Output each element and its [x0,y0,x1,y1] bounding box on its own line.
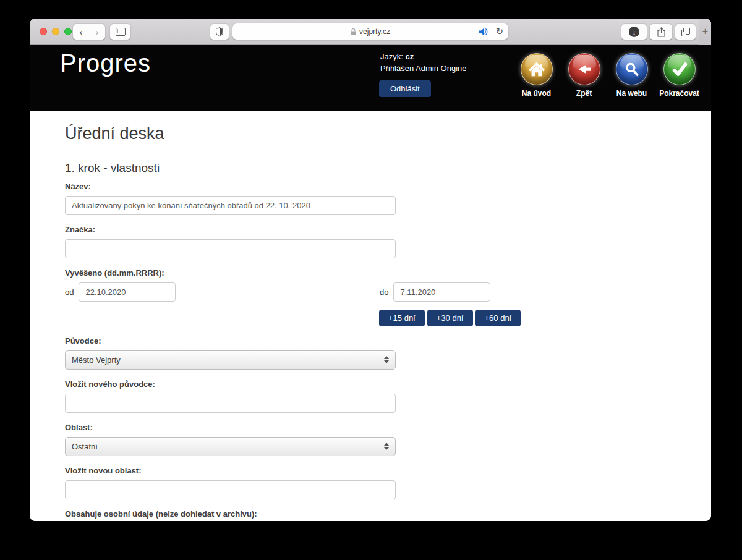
vyveseno-label: Vyvěšeno (dd.mm.RRRR): [65,268,711,278]
date-from-input[interactable] [79,282,176,302]
oblast-label: Oblast: [65,423,711,432]
puvodce-select[interactable]: Město Vejprty [65,350,396,370]
new-tab-button[interactable]: + [699,19,711,45]
page-title: Úřední deska [65,124,711,143]
login-row: Přihlášen Admin Origine [380,62,466,74]
osobni-udaje-label: Obsahuje osobní údaje (nelze dohledat v … [65,509,711,519]
sidebar-icon [116,28,126,36]
share-button[interactable] [650,24,672,40]
nazev-input[interactable] [65,196,396,215]
forward-button[interactable]: › [89,27,105,37]
header-nav-icons: Na úvod Zpět Na webu [513,53,703,98]
nav-back-label: Zpět [560,89,608,98]
home-icon [521,53,553,85]
nav-home[interactable]: Na úvod [513,53,560,98]
url-text: vejprty.cz [359,27,390,36]
sidebar-toggle-button[interactable] [110,24,130,40]
nav-home-label: Na úvod [513,89,560,98]
date-to-label: do [380,287,388,297]
page-content: Úřední deska 1. krok - vlastnosti Název:… [30,111,711,521]
nova-oblast-input[interactable] [65,480,396,499]
nav-back[interactable]: Zpět [560,53,608,98]
oblast-select[interactable]: Ostatní [65,437,396,456]
puvodce-label: Původce: [65,336,711,346]
shield-icon [216,27,223,36]
tabs-icon [681,28,690,36]
address-bar[interactable]: vejprty.cz ↻ [232,23,508,40]
back-button[interactable]: ‹ [73,27,89,37]
date-to-input[interactable] [393,282,490,302]
nav-continue[interactable]: Pokračovat [655,53,703,98]
chevron-up-down-icon [384,356,389,363]
znacka-label: Značka: [65,225,711,234]
language-row: Jazyk: cz [380,51,466,62]
logged-user-link[interactable]: Admin Origine [416,64,466,73]
close-window-button[interactable] [40,28,47,35]
browser-toolbar: ‹ › vejprty.c [30,19,711,45]
login-label: Přihlášen [380,64,414,73]
reload-icon[interactable]: ↻ [495,26,503,37]
back-arrow-icon [568,53,600,85]
quick-duration-buttons: +15 dní +30 dní +60 dní [379,310,711,326]
plus-30-days-button[interactable]: +30 dní [427,310,473,326]
downloads-button[interactable]: ↓ [621,24,647,40]
date-from-label: od [65,287,74,297]
nazev-label: Název: [65,182,711,191]
date-to-group: do [380,282,490,302]
puvodce-selected-value: Město Vejprty [72,355,121,365]
traffic-lights [40,28,72,35]
tab-overview-button[interactable] [675,24,696,40]
novy-puvodce-label: Vložit nového původce: [65,380,711,389]
language-value: cz [405,52,414,61]
znacka-input[interactable] [65,239,396,258]
plus-60-days-button[interactable]: +60 dní [475,310,521,326]
plus-15-days-button[interactable]: +15 dní [379,310,425,326]
nova-oblast-label: Vložit novou oblast: [65,466,711,475]
audio-mute-icon[interactable] [479,28,489,36]
share-icon [657,27,665,37]
history-nav-group: ‹ › [73,24,105,40]
minimize-window-button[interactable] [52,28,59,35]
download-icon: ↓ [629,27,639,37]
app-header: Progres Jazyk: cz Přihlášen Admin Origin… [30,45,711,111]
search-icon [616,53,648,85]
nav-web[interactable]: Na webu [608,53,655,98]
lock-icon [351,28,356,35]
zoom-window-button[interactable] [64,28,72,35]
logout-button[interactable]: Odhlásit [379,80,431,97]
user-info: Jazyk: cz Přihlášen Admin Origine [380,51,466,74]
check-icon [663,53,696,85]
step-title: 1. krok - vlastnosti [65,161,711,176]
nav-continue-label: Pokračovat [655,89,703,98]
privacy-report-button[interactable] [210,24,229,40]
app-logo: Progres [60,49,151,77]
chevron-up-down-icon [384,443,389,450]
novy-puvodce-input[interactable] [65,394,396,413]
browser-window: ‹ › vejprty.c [30,19,711,521]
date-range-row: od do [65,282,572,302]
nav-web-label: Na webu [608,89,655,98]
language-label: Jazyk: [380,52,403,61]
oblast-selected-value: Ostatní [72,442,98,451]
date-from-group: od [65,282,176,302]
